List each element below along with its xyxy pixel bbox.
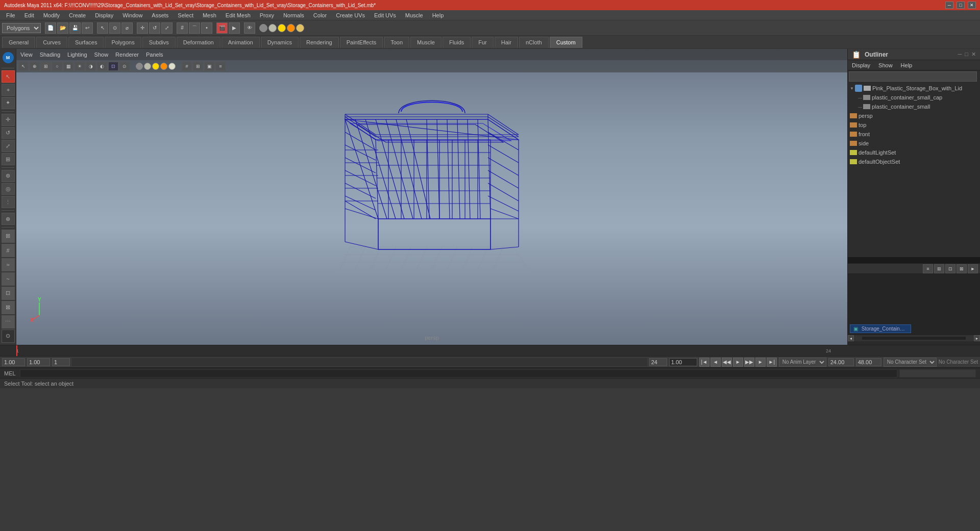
vp-texture-btn[interactable]: ▦	[63, 62, 74, 71]
tab-fur[interactable]: Fur	[472, 37, 494, 48]
vp-menu-show[interactable]: Show	[92, 52, 111, 58]
menu-select[interactable]: Select	[174, 11, 198, 19]
menu-display[interactable]: Display	[91, 11, 117, 19]
camera-tool-btn[interactable]: ⊕	[2, 213, 15, 225]
vp-shadow-btn[interactable]: ◑	[86, 62, 96, 71]
mel-input[interactable]	[20, 369, 897, 377]
outliner-search-input[interactable]	[849, 71, 977, 82]
menu-modify[interactable]: Modify	[39, 11, 64, 19]
scale-btn[interactable]: ⤢	[161, 22, 173, 34]
curve-btn[interactable]: ~	[2, 272, 15, 286]
tree-item-persp[interactable]: persp	[848, 111, 980, 120]
go-end-btn[interactable]: ►|	[767, 358, 777, 367]
play-btn[interactable]: ►	[733, 358, 743, 367]
new-scene-btn[interactable]: 📄	[45, 22, 56, 34]
outliner-btn2[interactable]: ⊞	[934, 264, 944, 273]
outliner-btn5[interactable]: ►	[968, 264, 978, 273]
outliner-btn1[interactable]: ≡	[923, 264, 933, 273]
tab-curves[interactable]: Curves	[36, 37, 67, 48]
vp-color-btn[interactable]: ⊙	[119, 62, 130, 71]
bottom-tab-item[interactable]: ▣ Storage_Containers_wit	[850, 324, 911, 333]
end-frame-field[interactable]	[27, 358, 50, 366]
tab-rendering[interactable]: Rendering	[300, 37, 339, 48]
select-btn[interactable]: ↖	[97, 22, 108, 34]
anim-layer-select[interactable]: No Anim Layer	[779, 358, 826, 367]
prev-keyframe-btn[interactable]: ◀◀	[722, 358, 732, 367]
tree-item-object-set[interactable]: defaultObjectSet	[848, 157, 980, 166]
go-start-btn[interactable]: |◄	[699, 358, 709, 367]
outliner-maximize-btn[interactable]: □	[965, 51, 968, 58]
vp-isolate-btn[interactable]: ⊞	[193, 62, 203, 71]
outliner-menu-help[interactable]: Help	[899, 62, 915, 68]
lasso-tool-btn[interactable]: ⌖	[2, 84, 15, 96]
ipr-btn[interactable]: ▶	[229, 22, 240, 34]
current-time-field[interactable]	[669, 358, 697, 366]
grid-btn[interactable]: #	[2, 244, 15, 257]
tree-item-light-set[interactable]: defaultLightSet	[848, 148, 980, 157]
extra-btn1[interactable]: ⊡	[2, 287, 15, 300]
vp-light-color-2[interactable]	[144, 63, 151, 70]
paint-select-btn[interactable]: ✦	[2, 97, 15, 109]
menu-normals[interactable]: Normals	[279, 11, 308, 19]
vp-menu-panels[interactable]: Panels	[144, 52, 165, 58]
color-btn-1[interactable]	[259, 24, 267, 32]
outliner-resize-handle[interactable]	[848, 257, 980, 263]
menu-color[interactable]: Color	[309, 11, 331, 19]
universal-tool-btn[interactable]: ⊞	[2, 153, 15, 165]
tree-item-small[interactable]: — plastic_container_small	[848, 102, 980, 111]
menu-create[interactable]: Create	[65, 11, 90, 19]
vp-ao-btn[interactable]: ◐	[97, 62, 107, 71]
vp-mode-btn[interactable]: ⊡	[108, 62, 118, 71]
menu-window[interactable]: Window	[118, 11, 146, 19]
color-btn-5[interactable]	[296, 24, 304, 32]
menu-edit-uvs[interactable]: Edit UVs	[370, 11, 400, 19]
snap-grid-btn[interactable]: #	[177, 22, 188, 34]
select-tool-btn[interactable]: ↖	[2, 70, 15, 83]
workspace-btn[interactable]: ⊙	[2, 330, 15, 343]
start-frame-field[interactable]	[2, 358, 25, 366]
outliner-hscrollbar[interactable]: ◄ ►	[848, 335, 980, 341]
paint-btn[interactable]: ⌀	[121, 22, 133, 34]
outliner-minimize-btn[interactable]: ─	[958, 51, 962, 58]
tab-muscle[interactable]: Muscle	[410, 37, 442, 48]
menu-file[interactable]: File	[2, 11, 19, 19]
move-btn[interactable]: ✛	[137, 22, 148, 34]
vp-resolution-btn[interactable]: ▣	[204, 62, 214, 71]
vp-light-color-5[interactable]	[168, 63, 176, 70]
rotate-tool-btn[interactable]: ↺	[2, 127, 15, 139]
tab-dynamics[interactable]: Dynamics	[261, 37, 299, 48]
snap-curve-btn[interactable]: ⌒	[189, 22, 200, 34]
vp-light-color-4[interactable]	[160, 63, 167, 70]
tab-fluids[interactable]: Fluids	[443, 37, 471, 48]
render-btn[interactable]: 🎬	[216, 22, 228, 34]
vp-menu-renderer[interactable]: Renderer	[113, 52, 141, 58]
color-btn-2[interactable]	[268, 24, 277, 32]
extra-btn3[interactable]: ⋯	[2, 315, 15, 328]
tab-polygons[interactable]: Polygons	[105, 37, 141, 48]
scale-tool-btn[interactable]: ⤢	[2, 140, 15, 152]
scroll-left-btn[interactable]: ◄	[848, 335, 854, 341]
vp-light-btn[interactable]: ☀	[75, 62, 85, 71]
maximize-button[interactable]: □	[957, 2, 965, 9]
show-manip-btn[interactable]: ⋮	[2, 196, 15, 208]
tab-hair[interactable]: Hair	[495, 37, 518, 48]
soft-mod-btn[interactable]: ⊛	[2, 170, 15, 182]
next-frame-btn[interactable]: ►	[755, 358, 766, 367]
tab-painteffects[interactable]: PaintEffects	[340, 37, 383, 48]
anim-end-field[interactable]	[828, 358, 854, 366]
outliner-btn3[interactable]: ⊡	[945, 264, 955, 273]
render-region-btn[interactable]: ⊞	[2, 230, 15, 243]
smooth-mesh-btn[interactable]: ≈	[2, 258, 15, 271]
minimize-button[interactable]: ─	[945, 2, 953, 9]
current-frame-range-start[interactable]	[52, 358, 70, 366]
vp-menu-shading[interactable]: Shading	[38, 52, 62, 58]
scroll-right-btn[interactable]: ►	[974, 335, 980, 341]
move-tool-btn[interactable]: ✛	[2, 114, 15, 126]
menu-create-uvs[interactable]: Create UVs	[332, 11, 369, 19]
tab-animation[interactable]: Animation	[222, 37, 260, 48]
next-keyframe-btn[interactable]: ▶▶	[744, 358, 754, 367]
save-scene-btn[interactable]: 💾	[69, 22, 81, 34]
undo-btn[interactable]: ↩	[82, 22, 93, 34]
tab-subdivs[interactable]: Subdivs	[142, 37, 176, 48]
tab-general[interactable]: General	[2, 37, 35, 48]
